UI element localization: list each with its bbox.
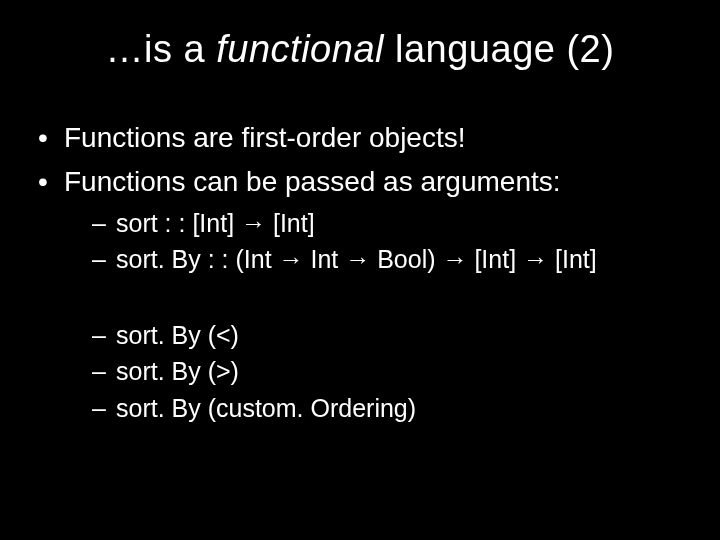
sub-bullet-list: sort. By (<) sort. By (>) sort. By (cust… — [64, 317, 684, 426]
sub-bullet-item: sort. By (<) — [92, 317, 684, 353]
sub-bullet-item: sort. By : : (Int → Int → Bool) → [Int] … — [92, 241, 684, 277]
title-suffix: language (2) — [384, 28, 614, 70]
slide-title: …is a functional language (2) — [0, 28, 720, 71]
sub-bullet-list: sort : : [Int] → [Int] sort. By : : (Int… — [64, 205, 684, 278]
spacer — [64, 277, 684, 313]
title-emphasis: functional — [216, 28, 384, 70]
sub-bullet-item: sort. By (>) — [92, 353, 684, 389]
slide: …is a functional language (2) Functions … — [0, 28, 720, 540]
sub-bullet-item: sort : : [Int] → [Int] — [92, 205, 684, 241]
slide-body: Functions are first-order objects! Funct… — [0, 119, 720, 426]
bullet-item: Functions are first-order objects! — [36, 119, 684, 157]
bullet-list: Functions are first-order objects! Funct… — [36, 119, 684, 426]
bullet-item: Functions can be passed as arguments: so… — [36, 163, 684, 426]
bullet-text: Functions can be passed as arguments: — [64, 166, 561, 197]
title-prefix: …is a — [106, 28, 217, 70]
sub-bullet-item: sort. By (custom. Ordering) — [92, 390, 684, 426]
